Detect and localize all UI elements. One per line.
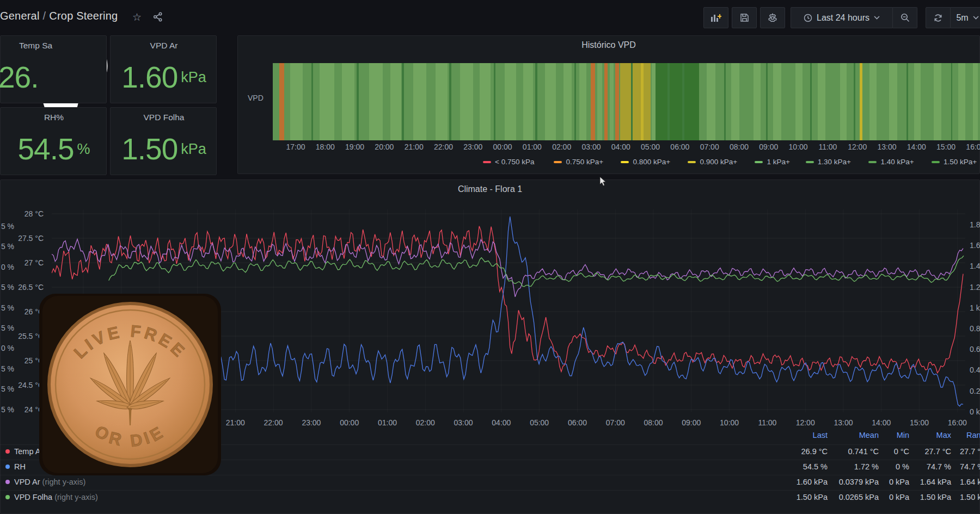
stat-number: 54.5 — [17, 132, 74, 166]
stat-unit: % — [77, 141, 90, 158]
historico-vpd-panel[interactable]: Histórico VPD VPD 17:0018:0019:0020:0021… — [237, 35, 980, 174]
zoom-out-time-button[interactable] — [893, 7, 917, 28]
table-header[interactable]: Ran — [966, 431, 980, 439]
left-temp-tick: 27.5 °C — [11, 234, 44, 243]
breadcrumb-separator: / — [40, 10, 50, 22]
time-range-picker[interactable]: Last 24 hours — [791, 7, 893, 28]
stat-number: 26. — [0, 60, 38, 95]
add-panel-button[interactable] — [703, 7, 728, 28]
legend-item[interactable]: < 0.750 kPa — [483, 158, 534, 166]
legend-item[interactable]: 1 kPa+ — [755, 158, 789, 166]
climate-x-tick: 04:00 — [488, 418, 515, 427]
stat-temp[interactable]: Temp Sa26. — [0, 35, 107, 103]
timeline-segment-gl — [707, 63, 715, 140]
legend-item[interactable]: 1.40 kPa+ — [868, 158, 914, 166]
timeline-row-label: VPD — [248, 94, 264, 102]
timeline-segment-gl — [958, 63, 965, 140]
timeline-segment-gl — [390, 63, 401, 140]
timeline-x-tick: 23:00 — [460, 143, 487, 151]
timeline-segment-gl — [773, 63, 781, 140]
table-cell: 74.7 % — [960, 462, 980, 471]
time-range-label: Last 24 hours — [817, 13, 869, 23]
climate-x-tick: 21:00 — [222, 418, 249, 427]
left-pct-tick: 5 % — [0, 324, 14, 332]
dashboard-settings-button[interactable] — [760, 7, 785, 28]
timeline-segment-gl — [290, 63, 303, 140]
timeline-segment-gd — [724, 63, 726, 140]
legend-color-dash — [806, 161, 814, 163]
timeline-segment-yl — [620, 63, 651, 140]
stat-value: 1.60 kPa — [111, 55, 217, 99]
timeline-segment-gl — [973, 63, 978, 140]
left-pct-tick: 5 % — [0, 242, 14, 251]
series-toggle-rh[interactable]: RH — [5, 462, 26, 471]
stat-rh[interactable]: RH%54.5 % — [0, 107, 107, 175]
timeline-segment-gl — [579, 63, 586, 140]
legend-color-dash — [755, 161, 763, 163]
refresh-interval-picker[interactable]: 5m — [951, 7, 980, 28]
climate-x-tick: 09:00 — [678, 418, 705, 427]
timeline-segment-gl — [320, 63, 334, 140]
panel-title[interactable]: Histórico VPD — [238, 36, 979, 50]
stat-title: VPD Ar — [111, 41, 217, 51]
timeline-segment-gl — [889, 63, 897, 140]
left-pct-tick: 0 % — [0, 344, 14, 352]
legend-item[interactable]: 0.750 kPa+ — [554, 158, 603, 166]
timeline-segment-gd — [574, 63, 576, 140]
timeline-segment-gd — [854, 63, 855, 140]
timeline-segment-gl — [369, 63, 383, 140]
timeline-segment-gl — [914, 63, 921, 140]
star-icon[interactable]: ☆ — [132, 11, 142, 23]
legend-label: 1 kPa+ — [767, 158, 789, 166]
stat-vpd-ar[interactable]: VPD Ar1.60 kPa — [110, 35, 217, 103]
timeline-x-tick: 04:00 — [607, 143, 634, 151]
left-pct-tick: 5 % — [0, 222, 14, 231]
timeline-segment-gl — [342, 63, 355, 140]
dashboard-header: General/Crop Steering ☆ Last 24 hours — [0, 0, 980, 34]
series-toggle-vpd-ar[interactable]: VPD Ar (right y-axis) — [5, 478, 85, 486]
climate-x-tick: 23:00 — [298, 418, 325, 427]
stat-title: Temp Sa — [19, 41, 52, 51]
right-kpa-tick: 0.2 — [970, 387, 980, 395]
series-color-dot — [5, 465, 10, 469]
climate-x-tick: 15:00 — [906, 418, 933, 427]
left-temp-tick: 27 °C — [11, 258, 44, 267]
series-toggle-vpd-folha[interactable]: VPD Folha (right y-axis) — [5, 493, 98, 501]
breadcrumb-folder[interactable]: General — [0, 10, 40, 22]
table-header[interactable]: Last — [779, 431, 828, 439]
stat-unit: kPa — [181, 69, 206, 86]
save-dashboard-button[interactable] — [732, 7, 757, 28]
share-icon[interactable] — [153, 12, 163, 24]
legend-label: 0.800 kPa+ — [633, 158, 670, 166]
legend-label: 0.750 kPa+ — [566, 158, 603, 166]
refresh-button[interactable] — [926, 7, 951, 28]
timeline-segment-gl — [460, 63, 473, 140]
legend-label: 1.40 kPa+ — [880, 158, 914, 166]
vpd-state-timeline[interactable] — [273, 63, 980, 140]
legend-item[interactable]: 0.900 kPa+ — [688, 158, 737, 166]
stat-vpd-folha[interactable]: VPD Folha1.50 kPa — [110, 107, 217, 175]
stat-unit: kPa — [181, 141, 206, 158]
stat-value: 54.5 % — [1, 127, 107, 171]
climate-x-tick: 02:00 — [412, 418, 439, 427]
legend-item[interactable]: 0.800 kPa+ — [621, 158, 670, 166]
timeline-x-tick: 13:00 — [873, 143, 901, 151]
breadcrumb-dashboard[interactable]: Crop Steering — [49, 10, 118, 22]
timeline-segment-gl — [731, 63, 739, 140]
right-kpa-tick: 0 kPa — [970, 407, 980, 416]
left-temp-tick: 28 °C — [11, 209, 44, 218]
table-header[interactable]: Max — [902, 431, 951, 439]
timeline-segment-gl — [652, 63, 656, 140]
table-cell: 1.50 k — [960, 493, 980, 501]
timeline-x-tick: 09:00 — [755, 143, 782, 151]
timeline-segment-gl — [869, 63, 877, 140]
timeline-segment-or — [591, 63, 595, 140]
climate-x-tick: 00:00 — [336, 418, 363, 427]
refresh-interval-label: 5m — [956, 13, 968, 23]
legend-item[interactable]: 1.30 kPa+ — [806, 158, 851, 166]
breadcrumb[interactable]: General/Crop Steering — [0, 10, 118, 22]
time-controls: Last 24 hours — [791, 7, 917, 28]
legend-item[interactable]: 1.50 kPa+ — [932, 158, 977, 166]
timeline-segment-gl — [413, 63, 426, 140]
right-kpa-tick: 1.6 — [970, 241, 980, 250]
